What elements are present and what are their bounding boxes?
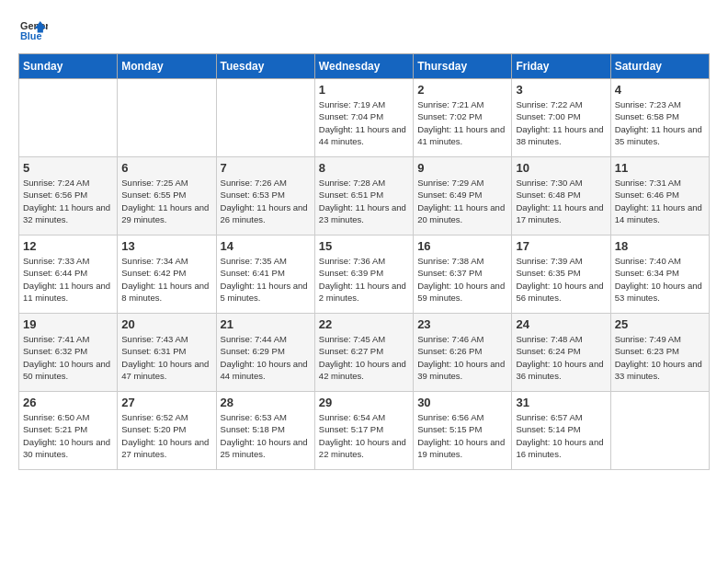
day-number: 6 xyxy=(121,161,211,175)
day-number: 30 xyxy=(417,396,507,409)
day-info: Sunrise: 6:56 AMSunset: 5:15 PMDaylight:… xyxy=(417,411,507,460)
day-info: Sunrise: 7:34 AMSunset: 6:42 PMDaylight:… xyxy=(121,255,211,304)
day-number: 14 xyxy=(221,239,311,253)
day-number: 17 xyxy=(516,239,606,253)
day-number: 7 xyxy=(221,161,311,175)
day-info: Sunrise: 7:22 AMSunset: 7:00 PMDaylight:… xyxy=(516,98,606,147)
calendar-cell: 13Sunrise: 7:34 AMSunset: 6:42 PMDayligh… xyxy=(118,236,216,314)
weekday-header-wednesday: Wednesday xyxy=(314,54,413,79)
day-info: Sunrise: 7:21 AMSunset: 7:02 PMDaylight:… xyxy=(417,98,507,147)
weekday-header-monday: Monday xyxy=(118,54,216,79)
day-info: Sunrise: 7:46 AMSunset: 6:26 PMDaylight:… xyxy=(417,333,507,382)
calendar-cell: 21Sunrise: 7:44 AMSunset: 6:29 PMDayligh… xyxy=(216,314,314,392)
day-number: 21 xyxy=(221,317,311,331)
day-info: Sunrise: 7:26 AMSunset: 6:53 PMDaylight:… xyxy=(221,177,311,225)
day-info: Sunrise: 7:38 AMSunset: 6:37 PMDaylight:… xyxy=(417,255,507,304)
calendar-cell: 1Sunrise: 7:19 AMSunset: 7:04 PMDaylight… xyxy=(314,79,413,157)
weekday-header-sunday: Sunday xyxy=(19,54,118,79)
calendar-cell: 24Sunrise: 7:48 AMSunset: 6:24 PMDayligh… xyxy=(512,314,610,392)
day-info: Sunrise: 7:39 AMSunset: 6:35 PMDaylight:… xyxy=(516,255,606,304)
calendar-cell: 6Sunrise: 7:25 AMSunset: 6:55 PMDaylight… xyxy=(118,157,216,236)
day-info: Sunrise: 7:33 AMSunset: 6:44 PMDaylight:… xyxy=(23,255,113,304)
calendar-cell: 22Sunrise: 7:45 AMSunset: 6:27 PMDayligh… xyxy=(314,314,413,392)
day-info: Sunrise: 7:30 AMSunset: 6:48 PMDaylight:… xyxy=(516,177,606,225)
day-info: Sunrise: 7:48 AMSunset: 6:24 PMDaylight:… xyxy=(516,333,606,382)
calendar-cell: 3Sunrise: 7:22 AMSunset: 7:00 PMDaylight… xyxy=(512,79,610,157)
day-info: Sunrise: 6:57 AMSunset: 5:14 PMDaylight:… xyxy=(516,411,606,460)
day-number: 15 xyxy=(319,239,409,253)
calendar-cell: 11Sunrise: 7:31 AMSunset: 6:46 PMDayligh… xyxy=(610,157,709,236)
week-row-2: 5Sunrise: 7:24 AMSunset: 6:56 PMDaylight… xyxy=(19,157,710,236)
day-number: 4 xyxy=(615,83,705,97)
calendar-cell: 12Sunrise: 7:33 AMSunset: 6:44 PMDayligh… xyxy=(19,236,118,314)
logo: General Blue xyxy=(18,18,48,44)
week-row-3: 12Sunrise: 7:33 AMSunset: 6:44 PMDayligh… xyxy=(19,236,710,314)
calendar-cell: 5Sunrise: 7:24 AMSunset: 6:56 PMDaylight… xyxy=(19,157,118,236)
calendar-cell: 17Sunrise: 7:39 AMSunset: 6:35 PMDayligh… xyxy=(512,236,610,314)
day-number: 18 xyxy=(615,239,705,253)
day-info: Sunrise: 7:35 AMSunset: 6:41 PMDaylight:… xyxy=(221,255,311,304)
calendar-cell: 9Sunrise: 7:29 AMSunset: 6:49 PMDaylight… xyxy=(414,157,512,236)
calendar-cell: 14Sunrise: 7:35 AMSunset: 6:41 PMDayligh… xyxy=(216,236,314,314)
calendar-table: SundayMondayTuesdayWednesdayThursdayFrid… xyxy=(18,53,710,470)
calendar-cell: 15Sunrise: 7:36 AMSunset: 6:39 PMDayligh… xyxy=(314,236,413,314)
day-number: 26 xyxy=(23,396,113,409)
day-info: Sunrise: 7:43 AMSunset: 6:31 PMDaylight:… xyxy=(121,333,211,382)
day-number: 9 xyxy=(417,161,507,175)
day-number: 29 xyxy=(319,396,409,409)
day-info: Sunrise: 7:44 AMSunset: 6:29 PMDaylight:… xyxy=(221,333,311,382)
day-number: 3 xyxy=(516,83,606,97)
day-info: Sunrise: 6:53 AMSunset: 5:18 PMDaylight:… xyxy=(221,411,311,460)
calendar-cell xyxy=(19,79,118,157)
calendar-cell xyxy=(118,79,216,157)
day-info: Sunrise: 7:41 AMSunset: 6:32 PMDaylight:… xyxy=(23,333,113,382)
calendar-cell: 26Sunrise: 6:50 AMSunset: 5:21 PMDayligh… xyxy=(19,392,118,470)
weekday-header-saturday: Saturday xyxy=(610,54,709,79)
weekday-header-thursday: Thursday xyxy=(414,54,512,79)
day-info: Sunrise: 6:52 AMSunset: 5:20 PMDaylight:… xyxy=(121,411,211,460)
calendar-cell: 31Sunrise: 6:57 AMSunset: 5:14 PMDayligh… xyxy=(512,392,610,470)
calendar-cell: 8Sunrise: 7:28 AMSunset: 6:51 PMDaylight… xyxy=(314,157,413,236)
day-number: 20 xyxy=(121,317,211,331)
day-number: 22 xyxy=(319,317,409,331)
day-number: 2 xyxy=(417,83,507,97)
day-info: Sunrise: 6:50 AMSunset: 5:21 PMDaylight:… xyxy=(23,411,113,460)
calendar-cell: 23Sunrise: 7:46 AMSunset: 6:26 PMDayligh… xyxy=(414,314,512,392)
calendar-cell: 25Sunrise: 7:49 AMSunset: 6:23 PMDayligh… xyxy=(610,314,709,392)
calendar-cell: 4Sunrise: 7:23 AMSunset: 6:58 PMDaylight… xyxy=(610,79,709,157)
day-number: 1 xyxy=(319,83,409,97)
day-info: Sunrise: 6:54 AMSunset: 5:17 PMDaylight:… xyxy=(319,411,409,460)
day-info: Sunrise: 7:45 AMSunset: 6:27 PMDaylight:… xyxy=(319,333,409,382)
calendar-cell: 10Sunrise: 7:30 AMSunset: 6:48 PMDayligh… xyxy=(512,157,610,236)
day-number: 16 xyxy=(417,239,507,253)
calendar-cell: 30Sunrise: 6:56 AMSunset: 5:15 PMDayligh… xyxy=(414,392,512,470)
weekday-header-tuesday: Tuesday xyxy=(216,54,314,79)
calendar-cell: 20Sunrise: 7:43 AMSunset: 6:31 PMDayligh… xyxy=(118,314,216,392)
day-number: 25 xyxy=(615,317,705,331)
calendar-cell: 28Sunrise: 6:53 AMSunset: 5:18 PMDayligh… xyxy=(216,392,314,470)
day-number: 5 xyxy=(23,161,113,175)
day-number: 24 xyxy=(516,317,606,331)
day-number: 12 xyxy=(23,239,113,253)
day-number: 13 xyxy=(121,239,211,253)
calendar-cell xyxy=(610,392,709,470)
day-info: Sunrise: 7:19 AMSunset: 7:04 PMDaylight:… xyxy=(319,98,409,147)
day-info: Sunrise: 7:28 AMSunset: 6:51 PMDaylight:… xyxy=(319,177,409,225)
day-number: 8 xyxy=(319,161,409,175)
calendar-cell xyxy=(216,79,314,157)
day-info: Sunrise: 7:31 AMSunset: 6:46 PMDaylight:… xyxy=(615,177,705,225)
day-info: Sunrise: 7:23 AMSunset: 6:58 PMDaylight:… xyxy=(615,98,705,147)
day-number: 28 xyxy=(221,396,311,409)
day-info: Sunrise: 7:24 AMSunset: 6:56 PMDaylight:… xyxy=(23,177,113,225)
day-number: 11 xyxy=(615,161,705,175)
page-header: General Blue xyxy=(18,18,710,44)
calendar-cell: 29Sunrise: 6:54 AMSunset: 5:17 PMDayligh… xyxy=(314,392,413,470)
calendar-cell: 2Sunrise: 7:21 AMSunset: 7:02 PMDaylight… xyxy=(414,79,512,157)
calendar-cell: 19Sunrise: 7:41 AMSunset: 6:32 PMDayligh… xyxy=(19,314,118,392)
day-number: 23 xyxy=(417,317,507,331)
calendar-cell: 16Sunrise: 7:38 AMSunset: 6:37 PMDayligh… xyxy=(414,236,512,314)
week-row-4: 19Sunrise: 7:41 AMSunset: 6:32 PMDayligh… xyxy=(19,314,710,392)
day-info: Sunrise: 7:40 AMSunset: 6:34 PMDaylight:… xyxy=(615,255,705,304)
day-info: Sunrise: 7:29 AMSunset: 6:49 PMDaylight:… xyxy=(417,177,507,225)
day-number: 19 xyxy=(23,317,113,331)
